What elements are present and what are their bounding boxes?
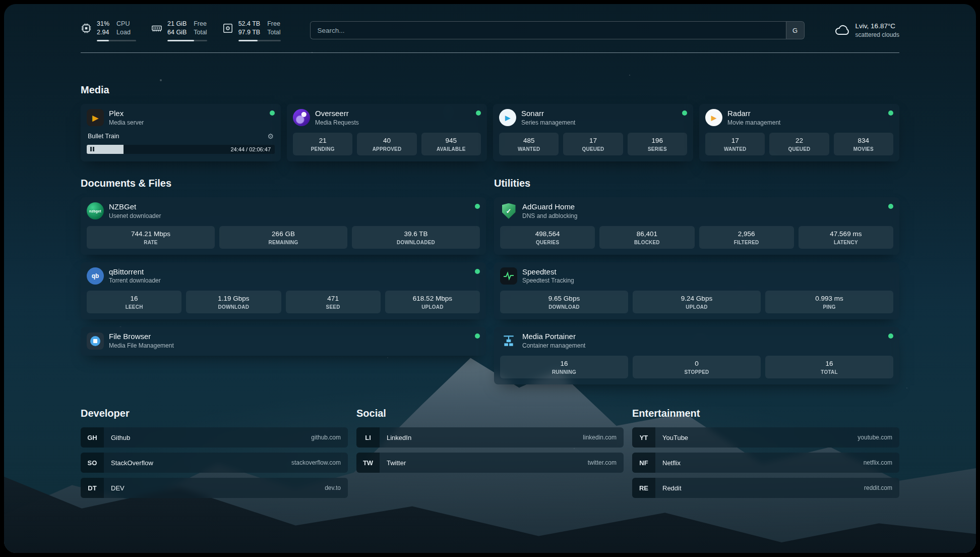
memory-free-value: 21 GiB [167,20,187,29]
service-subtitle: Media server [109,119,144,127]
icon-glyph: ▶ [711,115,716,121]
developer-section-title: Developer [81,408,348,419]
service-name: NZBGet [109,202,161,212]
service-card-filebrowser[interactable]: File Browser Media File Management [81,327,486,356]
speedtest-title-block: Speedtest Speedtest Tracking [522,267,574,285]
playback-time: 24:44 / 02:06:47 [230,146,271,152]
cloud-icon [834,22,850,38]
stat-queued: 22 QUEUED [769,133,829,155]
bookmark-twitter[interactable]: TW Twitter twitter.com [356,453,624,473]
service-subtitle: Usenet downloader [109,212,161,220]
stat-movies: 834 MOVIES [834,133,893,155]
now-playing-row: Bullet Train ⚙ [87,131,275,141]
portainer-icon [500,332,517,350]
bookmark-name: StackOverflow [111,459,153,467]
filebrowser-card-header: File Browser Media File Management [87,332,480,350]
bookmark-abbr: SO [81,453,104,473]
stat-filtered: 2,956 FILTERED [699,226,794,249]
service-name: Plex [109,109,144,119]
stat-download: 9.65 Gbps DOWNLOAD [500,291,628,313]
sonarr-title-block: Sonarr Series management [521,109,575,127]
sonarr-icon: ▶ [499,109,516,126]
bookmark-name: YouTube [662,434,688,441]
bookmark-stackoverflow[interactable]: SO StackOverflow stackoverflow.com [81,453,348,473]
disk-usage-bar [238,40,281,41]
service-card-radarr[interactable]: ▶ Radarr Movie management 17 WANTED 22 Q… [699,104,899,161]
overseerr-card-header: Overseerr Media Requests [293,109,481,127]
service-subtitle: Torrent downloader [109,277,161,285]
bookmark-url: netflix.com [864,459,892,466]
bookmark-url: stackoverflow.com [291,459,341,466]
plex-icon: ▶ [87,109,104,126]
bookmark-abbr: GH [81,427,104,448]
service-card-qbittorrent[interactable]: qb qBittorrent Torrent downloader 16 LEE… [81,262,486,320]
service-name: Radarr [727,109,780,119]
stat-available: 945 AVAILABLE [421,133,481,155]
service-card-sonarr[interactable]: ▶ Sonarr Series management 485 WANTED 17… [493,104,693,161]
social-section-title: Social [356,408,624,419]
bookmark-dev[interactable]: DT DEV dev.to [81,478,348,498]
cpu-label-bottom: Load [116,28,131,37]
service-name: Media Portainer [522,332,585,342]
bookmark-abbr: NF [632,453,655,473]
service-card-overseerr[interactable]: Overseerr Media Requests 21 PENDING 40 A… [287,104,487,161]
nzbget-title-block: NZBGet Usenet downloader [109,202,161,220]
check-icon: ✓ [506,208,512,214]
bookmark-url: dev.to [325,484,341,491]
qbittorrent-title-block: qBittorrent Torrent downloader [109,267,161,285]
gear-icon[interactable]: ⚙ [267,132,274,140]
stat-wanted: 17 WANTED [705,133,765,155]
bookmark-url: youtube.com [858,434,892,441]
memory-usage-bar [167,40,207,41]
stat-download: 1.19 Gbps DOWNLOAD [186,291,281,313]
search-provider-button[interactable]: G [786,22,804,39]
developer-bookmarks: Developer GH Github github.com SO StackO… [81,408,348,498]
documents-section-title: Documents & Files [81,178,486,189]
service-subtitle: Media File Management [109,342,174,350]
service-card-plex[interactable]: ▶ Plex Media server Bullet Train ⚙ 24:44… [81,104,281,161]
service-subtitle: Container management [522,342,585,350]
bookmark-github[interactable]: GH Github github.com [81,427,348,448]
icon-glyph: ▶ [505,115,510,121]
stat-downloaded: 39.6 TB DOWNLOADED [352,226,480,249]
search-input[interactable] [311,22,786,39]
bookmark-abbr: YT [632,427,655,448]
bookmark-youtube[interactable]: YT YouTube youtube.com [632,427,899,448]
disk-free-value: 52.4 TB [238,20,261,29]
status-dot [888,204,893,209]
service-card-adguard[interactable]: ✓ AdGuard Home DNS and adblocking 498,56… [494,197,899,255]
memory-resource-widget: 21 GiB 64 GiB Free Total [151,20,207,41]
service-card-nzbget[interactable]: nzbget NZBGet Usenet downloader 744.21 M… [81,197,486,255]
qbittorrent-icon: qb [87,267,104,285]
nzbget-card-header: nzbget NZBGet Usenet downloader [87,202,480,220]
weather-widget: Lviv, 16.87°C scattered clouds [834,22,899,39]
bookmark-netflix[interactable]: NF Netflix netflix.com [632,453,899,473]
overseerr-stats: 21 PENDING 40 APPROVED 945 AVAILABLE [293,133,481,155]
memory-label-total: Total [194,28,207,37]
cpu-icon [81,23,92,34]
bookmark-abbr: RE [632,478,655,498]
status-dot [888,110,893,116]
bookmark-url: twitter.com [588,459,617,466]
middle-sections: Documents & Files nzbget NZBGet Usenet d… [81,178,899,384]
bookmark-reddit[interactable]: RE Reddit reddit.com [632,478,899,498]
disk-icon [222,23,233,34]
status-dot [270,110,275,116]
service-card-portainer[interactable]: Media Portainer Container management 16 … [494,327,899,384]
playback-progress-bar[interactable]: 24:44 / 02:06:47 [87,145,275,154]
bookmark-linkedin[interactable]: LI LinkedIn linkedin.com [356,427,624,448]
disk-resource-widget: 52.4 TB 97.9 TB Free Total [222,20,281,41]
status-dot [475,269,480,274]
plex-title-block: Plex Media server [109,109,144,127]
snow-specks [4,4,5,5]
stat-queued: 17 QUEUED [563,133,623,155]
pause-icon[interactable] [90,147,94,151]
stat-wanted: 485 WANTED [499,133,559,155]
stat-series: 196 SERIES [628,133,687,155]
service-subtitle: Series management [521,119,575,127]
service-card-speedtest[interactable]: Speedtest Speedtest Tracking 9.65 Gbps D… [494,262,899,320]
stat-upload: 618.52 Mbps UPLOAD [385,291,480,313]
disk-usage-bar-fill [238,40,258,41]
speedtest-card-header: Speedtest Speedtest Tracking [500,267,893,285]
adguard-title-block: AdGuard Home DNS and adblocking [522,202,577,220]
